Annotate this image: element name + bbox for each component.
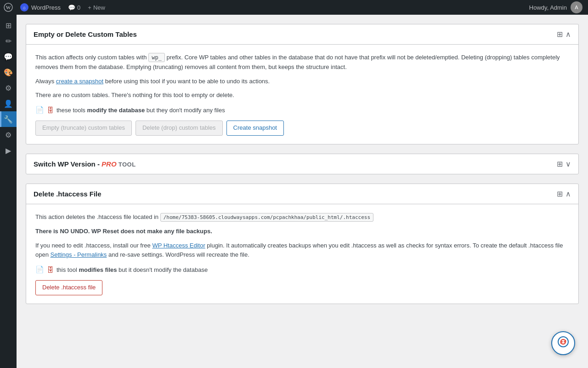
create-snapshot-button[interactable]: Create snapshot	[226, 121, 284, 136]
comments-link[interactable]: 💬 0	[64, 4, 84, 11]
svg-point-2	[558, 337, 568, 347]
panel2-title: Switch WP Version - PRO TOOL	[34, 160, 136, 168]
svg-text:W: W	[6, 5, 11, 10]
site-name-label: WordPress	[31, 4, 61, 11]
panel3-desc: This action deletes the .htaccess file l…	[35, 213, 569, 222]
topbar: W ⌂ WordPress 💬 0 + New Howdy, Admin A	[0, 0, 588, 15]
empty-custom-tables-button[interactable]: Empty (truncate) custom tables	[35, 121, 132, 136]
user-avatar: A	[571, 1, 582, 13]
pro-badge: PRO	[102, 160, 117, 168]
site-icon: ⌂	[20, 3, 28, 12]
wp-logo-icon[interactable]: W	[0, 0, 17, 15]
panel-empty-delete-tables: Empty or Delete Custom Tables ⊞ ∧ This a…	[26, 24, 579, 144]
sidebar-item-dashboard[interactable]: ⊞	[0, 17, 17, 33]
panel3-header: Delete .htaccess File ⊞ ∧	[26, 184, 578, 204]
delete-htaccess-button[interactable]: Delete .htaccess file	[35, 280, 102, 295]
settings-permalinks-link[interactable]: Settings - Permalinks	[51, 251, 107, 258]
comments-count: 0	[77, 4, 80, 11]
panel-delete-htaccess: Delete .htaccess File ⊞ ∧ This action de…	[26, 184, 579, 304]
panel3-buttons: Delete .htaccess file	[35, 280, 569, 295]
sidebar-item-plugins[interactable]: ⚙	[0, 80, 17, 96]
plus-icon: +	[88, 4, 91, 11]
panel1-snapshot-prompt: Always create a snapshot before using th…	[35, 77, 569, 86]
sidebar-item-extra1[interactable]: ▶	[0, 143, 17, 158]
panel3-warning: There is NO UNDO. WP Reset does not make…	[35, 227, 569, 236]
panel3-body: This action deletes the .htaccess file l…	[26, 204, 578, 304]
collapse-icon[interactable]: ∧	[565, 30, 571, 39]
refresh-icon	[557, 336, 569, 351]
always-text: Always	[35, 78, 56, 85]
panel-switch-wp-version: Switch WP Version - PRO TOOL ⊞ ∨	[26, 154, 579, 174]
sidebar-item-appearance[interactable]: 🎨	[0, 64, 17, 80]
panel1-title: Empty or Delete Custom Tables	[34, 30, 137, 38]
expand-icon[interactable]: ∨	[565, 160, 571, 168]
panel1-no-tables: There are no custom tables. There's noth…	[35, 91, 569, 100]
panel3-title: Delete .htaccess File	[34, 190, 102, 198]
sidebar-item-comments[interactable]: 💬	[0, 49, 17, 64]
grid-icon3[interactable]: ⊞	[557, 190, 563, 198]
info-text3: this tool modifies files but it doesn't …	[57, 266, 208, 273]
create-snapshot-link[interactable]: create a snapshot	[56, 78, 103, 85]
sidebar-item-settings[interactable]: ⚙	[0, 127, 17, 143]
document-icon3: 📄	[35, 265, 44, 274]
tool-label: TOOL	[119, 161, 136, 168]
database-icon: 🗄	[47, 106, 54, 114]
info-text: these tools modify the database but they…	[57, 107, 225, 114]
sidebar: ⊞ ✏ 💬 🎨 ⚙ 👤 🔧 ⚙ ▶	[0, 15, 17, 368]
prefix-code: wp_	[148, 53, 165, 62]
sidebar-item-posts[interactable]: ✏	[0, 33, 17, 49]
sidebar-item-users[interactable]: 👤	[0, 96, 17, 111]
panel1-icons: ⊞ ∧	[557, 30, 571, 39]
panel1-desc: This action affects only custom tables w…	[35, 53, 569, 72]
floating-refresh-button[interactable]	[551, 331, 575, 355]
panel3-icons: ⊞ ∧	[557, 190, 571, 198]
howdy-section[interactable]: Howdy, Admin A	[524, 1, 588, 13]
snapshot-prompt2: before using this tool if you want to be…	[103, 78, 270, 85]
new-label: New	[93, 4, 105, 11]
howdy-label: Howdy, Admin	[529, 4, 567, 11]
new-link[interactable]: + New	[84, 4, 109, 11]
collapse-icon3[interactable]: ∧	[565, 190, 571, 198]
panel1-info-row: 📄 🗄 these tools modify the database but …	[35, 106, 569, 114]
main-content: Empty or Delete Custom Tables ⊞ ∧ This a…	[17, 15, 588, 368]
wp-htaccess-editor-link[interactable]: WP Htaccess Editor	[152, 242, 205, 249]
htaccess-path: /home/75383-58605.cloudwaysapps.com/pcpa…	[160, 213, 373, 222]
panel2-icons: ⊞ ∨	[557, 160, 571, 168]
sidebar-item-tools[interactable]: 🔧	[0, 111, 17, 127]
panel1-buttons: Empty (truncate) custom tables Delete (d…	[35, 121, 569, 136]
panel3-info-row: 📄 🗄 this tool modifies files but it does…	[35, 265, 569, 274]
grid-icon2[interactable]: ⊞	[557, 160, 563, 168]
database-icon3: 🗄	[47, 266, 54, 274]
document-icon: 📄	[35, 106, 44, 114]
panel3-editor-info: If you need to edit .htaccess, install o…	[35, 241, 569, 260]
grid-icon[interactable]: ⊞	[557, 30, 563, 39]
comment-icon: 💬	[68, 4, 75, 11]
panel1-header: Empty or Delete Custom Tables ⊞ ∧	[26, 24, 578, 45]
delete-custom-tables-button[interactable]: Delete (drop) custom tables	[136, 121, 223, 136]
panel2-header: Switch WP Version - PRO TOOL ⊞ ∨	[26, 154, 578, 174]
panel1-body: This action affects only custom tables w…	[26, 45, 578, 144]
site-name[interactable]: ⌂ WordPress	[17, 3, 64, 12]
desc-text1: This action affects only custom tables w…	[35, 54, 148, 61]
